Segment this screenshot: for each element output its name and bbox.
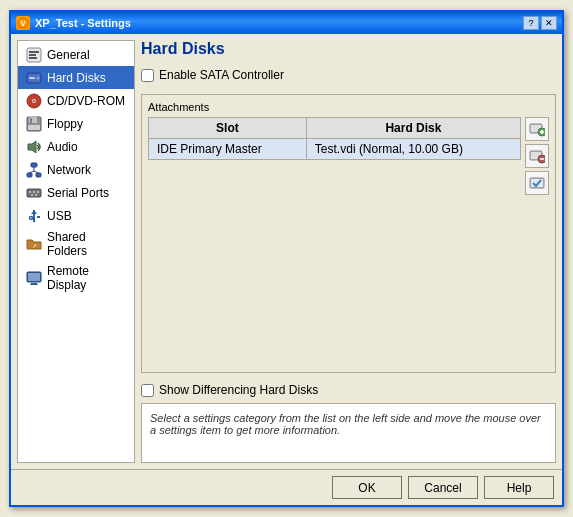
enable-sata-checkbox[interactable] <box>141 69 154 82</box>
enable-sata-label[interactable]: Enable SATA Controller <box>159 68 284 82</box>
sidebar-item-hard-disks[interactable]: Hard Disks <box>18 66 134 89</box>
svg-rect-32 <box>37 216 40 218</box>
svg-rect-36 <box>28 273 40 281</box>
table-area: Slot Hard Disk IDE Primary Master Test.v… <box>148 117 549 366</box>
footer: OK Cancel Help <box>11 469 562 505</box>
svg-point-8 <box>37 76 40 79</box>
ok-button[interactable]: OK <box>332 476 402 499</box>
sidebar-item-remote-display[interactable]: Remote Display <box>18 261 134 295</box>
col-header-slot: Slot <box>149 118 307 139</box>
svg-point-27 <box>37 191 39 193</box>
sidebar-label-serial-ports: Serial Ports <box>47 186 109 200</box>
title-buttons: ? ✕ <box>523 16 557 30</box>
window-title: XP_Test - Settings <box>35 17 131 29</box>
col-header-hard-disk: Hard Disk <box>306 118 520 139</box>
svg-line-23 <box>34 171 38 173</box>
attachments-table: Slot Hard Disk IDE Primary Master Test.v… <box>148 117 521 160</box>
hard-disks-icon <box>26 70 42 86</box>
svg-rect-18 <box>31 163 37 167</box>
select-hard-disk-button[interactable] <box>525 171 549 195</box>
sidebar-label-shared-folders: Shared Folders <box>47 230 126 258</box>
sidebar: General Hard Disks <box>17 40 135 463</box>
svg-point-29 <box>35 194 37 196</box>
enable-sata-row: Enable SATA Controller <box>141 68 556 82</box>
attachments-legend: Attachments <box>148 101 549 113</box>
sidebar-label-usb: USB <box>47 209 72 223</box>
help-title-button[interactable]: ? <box>523 16 539 30</box>
title-bar: V XP_Test - Settings ? ✕ <box>11 12 562 34</box>
svg-rect-38 <box>30 284 38 285</box>
floppy-icon <box>26 116 42 132</box>
content-area: Hard Disks Enable SATA Controller Attach… <box>141 40 556 463</box>
sidebar-label-cd-dvd: CD/DVD-ROM <box>47 94 125 108</box>
info-box: Select a settings category from the list… <box>141 403 556 463</box>
sidebar-label-hard-disks: Hard Disks <box>47 71 106 85</box>
sidebar-label-remote-display: Remote Display <box>47 264 126 292</box>
audio-icon <box>26 139 42 155</box>
svg-point-12 <box>33 100 35 102</box>
svg-point-28 <box>31 194 33 196</box>
sidebar-label-general: General <box>47 48 90 62</box>
sidebar-item-serial-ports[interactable]: Serial Ports <box>18 181 134 204</box>
title-bar-left: V XP_Test - Settings <box>16 16 131 30</box>
remove-hard-disk-button[interactable] <box>525 144 549 168</box>
attachments-group: Attachments Slot Hard Disk <box>141 94 556 373</box>
table-action-buttons <box>525 117 549 366</box>
info-text: Select a settings category from the list… <box>150 412 541 436</box>
sidebar-label-floppy: Floppy <box>47 117 83 131</box>
sidebar-item-usb[interactable]: USB <box>18 204 134 227</box>
add-hard-disk-button[interactable] <box>525 117 549 141</box>
svg-rect-15 <box>30 118 32 123</box>
window-icon: V <box>16 16 30 30</box>
remote-display-icon <box>26 270 42 286</box>
cancel-button[interactable]: Cancel <box>408 476 478 499</box>
svg-text:↗: ↗ <box>32 243 37 249</box>
sidebar-item-network[interactable]: Network <box>18 158 134 181</box>
show-diff-checkbox[interactable] <box>141 384 154 397</box>
window-body: General Hard Disks <box>11 34 562 505</box>
svg-point-25 <box>29 191 31 193</box>
svg-marker-31 <box>31 210 37 214</box>
sidebar-label-audio: Audio <box>47 140 78 154</box>
help-button[interactable]: Help <box>484 476 554 499</box>
sidebar-item-audio[interactable]: Audio <box>18 135 134 158</box>
svg-text:V: V <box>21 20 26 27</box>
svg-rect-20 <box>36 173 41 177</box>
table-row[interactable]: IDE Primary Master Test.vdi (Normal, 10.… <box>149 139 521 160</box>
serial-ports-icon <box>26 185 42 201</box>
usb-icon <box>26 208 42 224</box>
shared-folders-icon: ↗ <box>26 236 42 252</box>
content-title: Hard Disks <box>141 40 556 58</box>
show-diff-row: Show Differencing Hard Disks <box>141 383 556 397</box>
show-diff-label[interactable]: Show Differencing Hard Disks <box>159 383 318 397</box>
sidebar-item-cd-dvd[interactable]: CD/DVD-ROM <box>18 89 134 112</box>
svg-point-26 <box>33 191 35 193</box>
svg-point-33 <box>30 216 33 219</box>
cd-dvd-icon <box>26 93 42 109</box>
svg-rect-4 <box>29 54 36 56</box>
svg-rect-9 <box>29 77 35 79</box>
svg-rect-19 <box>27 173 32 177</box>
close-title-button[interactable]: ✕ <box>541 16 557 30</box>
cell-hard-disk: Test.vdi (Normal, 10.00 GB) <box>306 139 520 160</box>
sidebar-label-network: Network <box>47 163 91 177</box>
general-icon <box>26 47 42 63</box>
sidebar-item-shared-folders[interactable]: ↗ Shared Folders <box>18 227 134 261</box>
network-icon <box>26 162 42 178</box>
sidebar-item-floppy[interactable]: Floppy <box>18 112 134 135</box>
sidebar-item-general[interactable]: General <box>18 43 134 66</box>
svg-rect-16 <box>28 125 40 130</box>
cell-slot: IDE Primary Master <box>149 139 307 160</box>
svg-rect-5 <box>29 57 37 59</box>
main-area: General Hard Disks <box>11 34 562 469</box>
svg-marker-17 <box>28 141 36 153</box>
svg-rect-3 <box>29 51 39 53</box>
settings-window: V XP_Test - Settings ? ✕ <box>9 10 564 507</box>
